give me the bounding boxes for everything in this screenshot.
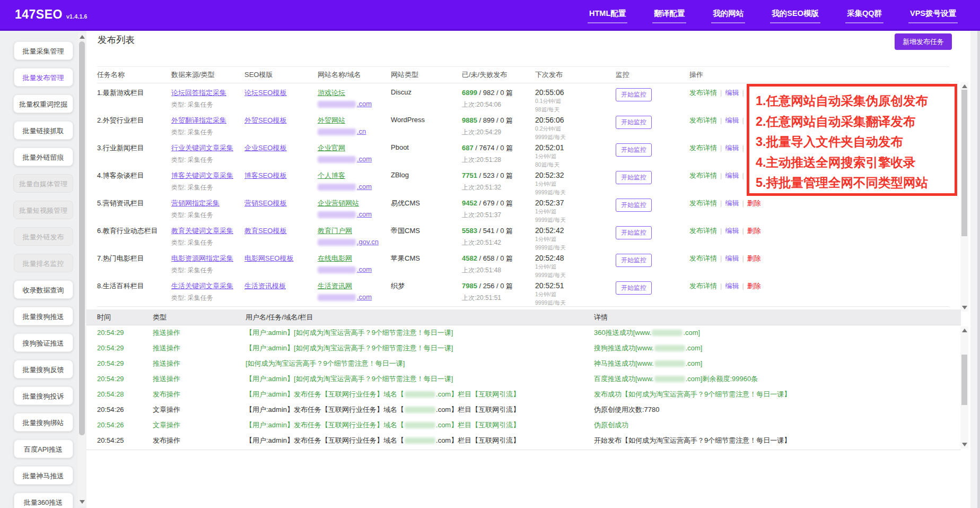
edit-link[interactable]: 编辑 bbox=[725, 227, 739, 235]
delete-link[interactable]: 删除 bbox=[747, 254, 761, 262]
publish-detail-link[interactable]: 发布详情 bbox=[689, 282, 717, 290]
seo-template-link[interactable]: 营销SEO模板 bbox=[244, 199, 286, 207]
domain-suffix-link[interactable]: .com bbox=[357, 293, 372, 301]
site-name-link[interactable]: 个人博客 bbox=[318, 171, 345, 179]
scroll-up-icon[interactable] bbox=[962, 84, 967, 88]
task-table-scrollbar[interactable] bbox=[960, 82, 968, 312]
scroll-down-icon[interactable] bbox=[962, 443, 967, 446]
publish-detail-link[interactable]: 发布详情 bbox=[689, 199, 717, 207]
scroll-up-icon[interactable] bbox=[80, 35, 85, 39]
separator: | bbox=[742, 254, 743, 262]
publish-detail-link[interactable]: 发布详情 bbox=[689, 116, 717, 124]
task-source-link[interactable]: 外贸翻译指定采集 bbox=[171, 116, 226, 124]
sidebar-item-15[interactable]: 百度API推送 bbox=[14, 440, 73, 458]
nav-item-2[interactable]: 我的网站 bbox=[711, 6, 745, 23]
sidebar-item-1[interactable]: 批量发布管理 bbox=[14, 68, 73, 87]
sidebar-item-11[interactable]: 搜狗验证推送 bbox=[14, 333, 73, 352]
start-monitor-button[interactable]: 开始监控 bbox=[616, 226, 652, 239]
sidebar-item-17[interactable]: 批量360推送 bbox=[14, 493, 73, 508]
edit-link[interactable]: 编辑 bbox=[725, 116, 739, 124]
add-publish-task-button[interactable]: 新增发布任务 bbox=[895, 33, 952, 50]
next-publish-time: 20:52:01 bbox=[535, 143, 616, 152]
sidebar-item-3[interactable]: 批量链接抓取 bbox=[14, 121, 73, 140]
domain-suffix-link[interactable]: .com bbox=[357, 100, 372, 108]
start-monitor-button[interactable]: 开始监控 bbox=[616, 88, 652, 101]
task-table-scrollbar-thumb[interactable] bbox=[961, 90, 967, 236]
edit-link[interactable]: 编辑 bbox=[725, 144, 739, 152]
sidebar-item-0[interactable]: 批量采集管理 bbox=[14, 41, 73, 60]
log-table-scrollbar[interactable] bbox=[960, 326, 968, 449]
domain-suffix-link[interactable]: .gov.cn bbox=[357, 238, 379, 246]
delete-link[interactable]: 删除 bbox=[747, 227, 761, 235]
seo-template-link[interactable]: 电影网SEO模板 bbox=[244, 254, 293, 262]
start-monitor-button[interactable]: 开始监控 bbox=[616, 254, 652, 267]
publish-detail-link[interactable]: 发布详情 bbox=[689, 227, 717, 235]
site-name-link[interactable]: 教育门户网 bbox=[318, 227, 352, 235]
start-monitor-button[interactable]: 开始监控 bbox=[616, 143, 652, 157]
sidebar-scrollbar-thumb[interactable] bbox=[79, 41, 85, 435]
sidebar-item-12[interactable]: 批量搜狗反馈 bbox=[14, 360, 73, 378]
seo-template-link[interactable]: 博客SEO模板 bbox=[244, 171, 286, 179]
domain-suffix-link[interactable]: .com bbox=[357, 265, 372, 273]
site-name-link[interactable]: 游戏论坛 bbox=[318, 89, 345, 97]
page-scrollbar-gutter[interactable] bbox=[970, 31, 980, 508]
start-monitor-button[interactable]: 开始监控 bbox=[616, 281, 652, 295]
domain-suffix-link[interactable]: .com bbox=[357, 210, 372, 218]
edit-link[interactable]: 编辑 bbox=[725, 254, 739, 262]
site-name-link[interactable]: 生活资讯网 bbox=[318, 282, 352, 290]
next-publish-time: 20:52:48 bbox=[535, 254, 616, 262]
publish-detail-link[interactable]: 发布详情 bbox=[689, 171, 717, 179]
site-name-link[interactable]: 外贸网站 bbox=[318, 116, 345, 124]
start-monitor-button[interactable]: 开始监控 bbox=[616, 171, 652, 184]
site-name-link[interactable]: 在线电影网 bbox=[318, 254, 352, 262]
edit-link[interactable]: 编辑 bbox=[725, 282, 739, 290]
seo-template-link[interactable]: 生活资讯模板 bbox=[244, 282, 286, 290]
sidebar-item-4[interactable]: 批量外链留痕 bbox=[14, 148, 73, 166]
scroll-up-icon[interactable] bbox=[962, 329, 967, 332]
task-source-link[interactable]: 行业关键词文章采集 bbox=[171, 144, 233, 152]
nav-item-1[interactable]: 翻译配置 bbox=[652, 6, 686, 23]
site-name-link[interactable]: 企业营销网站 bbox=[318, 199, 359, 207]
edit-link[interactable]: 编辑 bbox=[725, 171, 739, 179]
start-monitor-button[interactable]: 开始监控 bbox=[616, 116, 652, 129]
seo-template-link[interactable]: 企业SEO模板 bbox=[244, 144, 286, 152]
task-template-cell: 企业SEO模板 bbox=[244, 143, 318, 153]
publish-detail-link[interactable]: 发布详情 bbox=[689, 144, 717, 152]
delete-link[interactable]: 删除 bbox=[747, 282, 761, 290]
scroll-down-icon[interactable] bbox=[80, 500, 85, 504]
sidebar-item-14[interactable]: 批量搜狗绑站 bbox=[14, 413, 73, 432]
task-name: 1.最新游戏栏目 bbox=[97, 88, 171, 98]
nav-item-4[interactable]: 采集QQ群 bbox=[845, 6, 883, 23]
sidebar-scrollbar[interactable] bbox=[78, 33, 86, 506]
sidebar-item-16[interactable]: 批量神马推送 bbox=[14, 466, 73, 485]
seo-template-link[interactable]: 教育SEO模板 bbox=[244, 227, 286, 235]
log-table-scrollbar-thumb[interactable] bbox=[961, 355, 967, 405]
nav-item-5[interactable]: VPS拨号设置 bbox=[908, 6, 958, 23]
sidebar-item-2[interactable]: 批量权重词挖掘 bbox=[13, 94, 73, 113]
seo-template-link[interactable]: 论坛SEO模板 bbox=[244, 89, 286, 97]
site-name-link[interactable]: 企业官网 bbox=[318, 144, 345, 152]
task-type-label: 类型: 采集任务 bbox=[171, 211, 244, 220]
domain-suffix-link[interactable]: .com bbox=[357, 183, 372, 191]
task-source-link[interactable]: 电影资源网指定采集 bbox=[171, 254, 233, 262]
nav-item-0[interactable]: HTML配置 bbox=[588, 6, 627, 23]
sidebar-item-13[interactable]: 批量搜狗投诉 bbox=[14, 386, 73, 405]
publish-detail-link[interactable]: 发布详情 bbox=[689, 89, 717, 97]
task-source-link[interactable]: 营销网指定采集 bbox=[171, 199, 220, 207]
nav-item-3[interactable]: 我的SEO模版 bbox=[770, 6, 820, 23]
edit-link[interactable]: 编辑 bbox=[725, 89, 739, 97]
delete-link[interactable]: 删除 bbox=[747, 199, 761, 207]
task-source-link[interactable]: 论坛回答指定采集 bbox=[171, 89, 226, 97]
publish-detail-link[interactable]: 发布详情 bbox=[689, 254, 717, 262]
sidebar-item-10[interactable]: 批量搜狗推送 bbox=[14, 307, 73, 325]
task-source-link[interactable]: 博客关键词文章采集 bbox=[171, 171, 233, 179]
task-source-link[interactable]: 生活关键词文章采集 bbox=[171, 282, 233, 290]
seo-template-link[interactable]: 外贸SEO模板 bbox=[244, 116, 286, 124]
start-monitor-button[interactable]: 开始监控 bbox=[616, 199, 652, 212]
domain-suffix-link[interactable]: .cn bbox=[357, 127, 366, 135]
edit-link[interactable]: 编辑 bbox=[725, 199, 739, 207]
scroll-down-icon[interactable] bbox=[962, 306, 967, 309]
domain-suffix-link[interactable]: .com bbox=[357, 155, 372, 163]
sidebar-item-9[interactable]: 收录数据查询 bbox=[14, 280, 73, 299]
task-source-link[interactable]: 教育关键词文章采集 bbox=[171, 227, 233, 235]
